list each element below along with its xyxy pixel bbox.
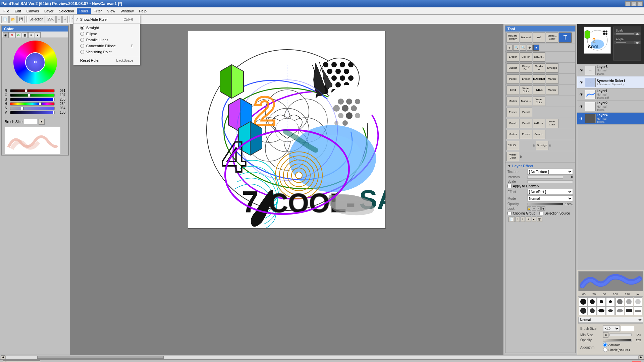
preset-10[interactable] <box>597 306 606 315</box>
ruler-straight-item[interactable]: Straight <box>73 25 140 31</box>
tool-gradation[interactable]: Grads-tion <box>533 63 545 73</box>
layer-item-layer2[interactable]: 👁 Layer2 Normal 100% <box>577 101 644 113</box>
menu-window[interactable]: Window <box>118 8 136 14</box>
h-scrollbar[interactable]: ◀ ▶ <box>0 355 644 359</box>
menu-canvas[interactable]: Canvas <box>24 8 42 14</box>
taskbar-item[interactable]: 🖼 NewCanvas1 25% <box>3 360 40 362</box>
min-size-icon[interactable]: ◈ <box>603 332 608 338</box>
preset-2[interactable] <box>588 297 597 306</box>
layer3-eye[interactable]: 👁 <box>579 68 584 73</box>
tool-eraser5[interactable]: Eraser <box>520 130 532 139</box>
menu-view[interactable]: View <box>105 8 118 14</box>
tool-small-btn-3[interactable]: 🔍 <box>520 45 526 51</box>
tool-small-btn-4[interactable]: ⊕ <box>527 45 533 51</box>
color-tab-rgb[interactable]: R <box>9 32 15 38</box>
scroll-left-btn[interactable]: ◀ <box>1 355 5 359</box>
color-wheel[interactable] <box>13 41 57 84</box>
brush-size-input[interactable]: 32 <box>24 119 37 124</box>
tool-brush[interactable]: Brush <box>506 119 519 128</box>
color-tab-wheel[interactable]: ◉ <box>3 32 9 38</box>
tool-ink3[interactable]: INK3 <box>506 85 519 95</box>
menu-file[interactable]: File <box>1 8 12 14</box>
preset-4[interactable] <box>606 297 615 306</box>
opacity-slider[interactable] <box>527 203 563 205</box>
ruler-ellipse-item[interactable]: Ellipse <box>73 31 140 37</box>
preset-13[interactable] <box>625 306 633 315</box>
tool-binary-pen[interactable]: BinaryPen <box>520 63 532 73</box>
layer-btn-6[interactable]: 🗑 <box>537 217 542 222</box>
preset-12[interactable] <box>615 306 624 315</box>
apply-linework-checkbox[interactable] <box>507 184 512 188</box>
tool-marker4[interactable]: Marker <box>506 97 519 106</box>
preset-size-100[interactable]: 100 <box>613 293 618 296</box>
layer-btn-4[interactable]: ✦ <box>526 217 531 222</box>
menu-help[interactable]: Help <box>136 8 149 14</box>
preset-8[interactable] <box>579 306 588 315</box>
toolbar-new-btn[interactable]: 📄 <box>1 16 9 23</box>
tool-water-color2[interactable]: WaterColor <box>533 97 545 106</box>
lock-icon-4[interactable]: ◈ <box>541 206 545 210</box>
r-slider[interactable] <box>10 89 55 93</box>
ruler-show-hide-item[interactable]: Show/Hide Ruler Ctrl+R <box>73 16 140 22</box>
tool-blend[interactable]: Blend...Color <box>546 33 558 43</box>
scale-slider[interactable] <box>527 180 573 183</box>
effect-select[interactable]: [ No effect ] <box>527 189 573 195</box>
tool-inkzero[interactable]: InkZeroBinary <box>506 33 519 43</box>
clipping-group-checkbox[interactable] <box>507 211 512 215</box>
lock-icon-1[interactable]: 🔒 <box>527 206 531 210</box>
preset-6[interactable] <box>625 297 633 306</box>
tool-marker-big[interactable]: MARKER <box>533 74 545 84</box>
preset-3[interactable] <box>597 297 606 306</box>
tool-water-color3[interactable]: WaterColor <box>546 119 558 128</box>
tool-marker0[interactable]: Marker0 <box>520 33 532 43</box>
preset-9[interactable] <box>588 306 597 315</box>
tool-selpen[interactable]: SelPen <box>520 52 532 62</box>
selection-source-checkbox[interactable] <box>539 211 543 215</box>
tool-color-box[interactable]: ■ <box>533 45 539 51</box>
ruler-vanishing-item[interactable]: Vanishing Point <box>73 49 140 55</box>
preset-11[interactable] <box>606 306 615 315</box>
algo-simple-radio[interactable] <box>603 348 607 352</box>
preset-arrow-right[interactable]: ▶ <box>637 293 639 296</box>
s-slider[interactable] <box>10 107 55 110</box>
tool-selers[interactable]: SelErs... <box>533 52 545 62</box>
intensity-slider[interactable] <box>527 176 563 179</box>
tool-small-btn-2[interactable]: 🔍 <box>513 45 519 51</box>
preset-size-80[interactable]: 80 <box>603 293 606 296</box>
ruler-reset-item[interactable]: Reset Ruler BackSpace <box>73 57 140 63</box>
brush-size-picker-btn[interactable]: ▼ <box>39 119 45 125</box>
g-slider[interactable] <box>10 94 55 97</box>
ruler-parallel-item[interactable]: Parallel Lines <box>73 37 140 43</box>
layer-item-symruler[interactable]: 👁 ☆ Symmetric Ruler1 7 Divisions · Symme… <box>577 76 644 88</box>
tool-eraser[interactable]: Eraser <box>506 52 519 62</box>
h-scroll-thumb[interactable] <box>37 356 164 359</box>
h-slider[interactable] <box>10 102 55 106</box>
texture-select[interactable]: [ No Texture ] <box>527 169 573 175</box>
tool-smudge3[interactable]: Smudge <box>536 141 548 150</box>
brush-opacity-slider[interactable] <box>603 339 632 342</box>
color-tab-swatches[interactable]: ≡ <box>28 32 34 38</box>
tool-smudge2[interactable]: Smud... <box>533 130 545 139</box>
layer-mode-select[interactable]: Normal <box>578 317 643 323</box>
preset-5[interactable] <box>615 297 624 306</box>
symruler-eye[interactable]: 👁 <box>579 80 584 85</box>
layer-btn-2[interactable]: ↕ <box>516 217 520 222</box>
layer-btn-5[interactable]: ▸ <box>532 217 536 222</box>
menu-ruler[interactable]: Ruler <box>77 8 91 14</box>
tool-marker2[interactable]: Marker <box>546 74 558 84</box>
tool-marker6[interactable]: Marker <box>506 130 519 139</box>
toolbar-zoom-in-btn[interactable]: + <box>62 16 68 23</box>
preset-size-120[interactable]: 120 <box>625 293 630 296</box>
preset-size-60[interactable]: 60 <box>582 293 586 296</box>
layer-effect-title[interactable]: ▼ Layer Effect <box>507 164 573 168</box>
minimize-button[interactable]: ─ <box>625 1 631 6</box>
tool-pencil4[interactable]: Pencil <box>520 119 532 128</box>
tool-airbrush[interactable]: AirBrush <box>533 119 545 128</box>
tool-water-color[interactable]: WaterColor <box>520 85 532 95</box>
lock-icon-2[interactable]: + <box>532 206 536 210</box>
tool-bucket[interactable]: Bucket <box>506 63 519 73</box>
v-slider[interactable] <box>10 111 55 114</box>
brush-size-settings-input[interactable]: 35.0 <box>621 326 634 331</box>
menu-selection[interactable]: Selection <box>56 8 77 14</box>
mode-select[interactable]: Normal <box>527 195 573 201</box>
